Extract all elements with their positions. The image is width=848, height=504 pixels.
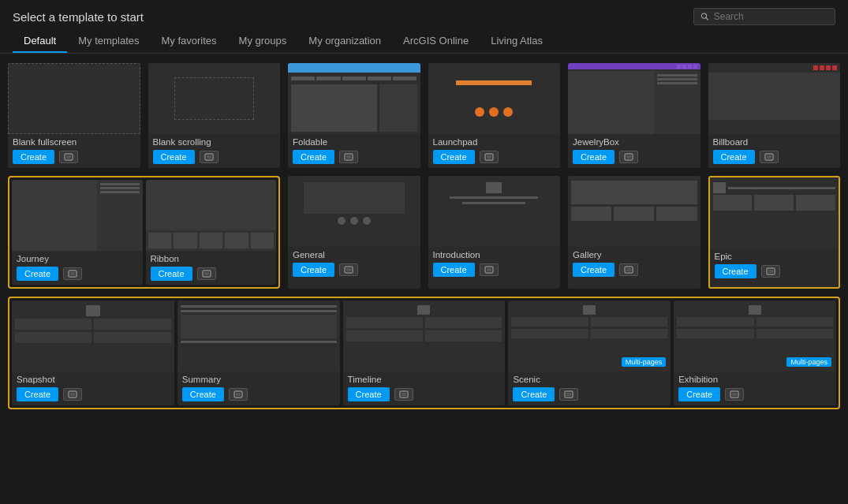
preview-icon (204, 153, 214, 161)
thumb-journey (12, 180, 143, 251)
preview-button-snapshot[interactable] (63, 388, 82, 401)
create-button-foldable[interactable]: Create (293, 150, 334, 164)
card-actions-summary: Create (182, 387, 335, 401)
create-button-snapshot[interactable]: Create (17, 387, 58, 401)
epic-icon (713, 182, 726, 193)
card-name-blank-scrolling: Blank scrolling (153, 137, 276, 147)
preview-icon (624, 266, 633, 274)
tab-my-templates[interactable]: My templates (67, 30, 150, 53)
multi-pages-badge-exhibition: Multi-pages (786, 357, 831, 367)
foldable-sidebar (379, 84, 417, 132)
card-name-launchpad: Launchpad (433, 137, 556, 147)
thumb-jewelrybox (568, 63, 700, 134)
card-footer-foldable: Foldable Create (288, 134, 420, 168)
search-input[interactable] (714, 11, 828, 22)
create-button-billboard[interactable]: Create (713, 150, 755, 164)
create-button-summary[interactable]: Create (182, 387, 224, 401)
jewelry-panel (654, 71, 700, 134)
card-footer-exhibition: Exhibition Create (674, 371, 836, 405)
thumb-foldable (288, 63, 420, 134)
card-snapshot: Snapshot Create (12, 301, 174, 405)
tab-my-organization[interactable]: My organization (297, 30, 392, 53)
search-icon (700, 12, 709, 21)
preview-button-journey[interactable] (63, 267, 82, 280)
preview-button-foldable[interactable] (339, 151, 358, 163)
card-actions-introduction: Create (433, 263, 556, 277)
preview-icon (68, 270, 77, 278)
foldable-nav-item (316, 77, 340, 80)
card-actions-snapshot: Create (17, 387, 170, 401)
tab-arcgis-online[interactable]: ArcGIS Online (392, 30, 480, 53)
preview-button-gallery[interactable] (619, 263, 638, 276)
card-name-epic: Epic (715, 252, 835, 261)
svg-rect-25 (768, 270, 773, 273)
svg-rect-9 (487, 155, 491, 159)
preview-button-ribbon[interactable] (197, 267, 216, 280)
create-button-journey[interactable]: Create (17, 267, 58, 281)
foldable-body (288, 82, 420, 134)
preview-icon (484, 153, 494, 161)
preview-button-scenic[interactable] (559, 388, 578, 401)
create-button-blank-fullscreen[interactable]: Create (13, 150, 54, 164)
preview-button-timeline[interactable] (394, 388, 413, 401)
tab-default[interactable]: Default (13, 30, 67, 53)
card-name-blank-fullscreen: Blank fullscreen (13, 137, 136, 147)
svg-rect-21 (487, 268, 491, 271)
tab-my-groups[interactable]: My groups (228, 30, 298, 53)
svg-rect-3 (66, 155, 71, 159)
card-foldable: Foldable Create (288, 63, 420, 168)
thumb-ribbon (146, 180, 277, 251)
svg-rect-11 (626, 155, 631, 159)
preview-icon (484, 266, 494, 274)
create-button-timeline[interactable]: Create (348, 387, 390, 401)
card-exhibition: Multi-pages Exhibition Create (674, 301, 836, 405)
page-title: Select a template to start (13, 10, 144, 24)
create-button-jewelrybox[interactable]: Create (573, 150, 615, 164)
preview-button-launchpad[interactable] (480, 151, 499, 163)
intro-icon (486, 182, 502, 193)
jewelry-map (568, 71, 654, 134)
preview-button-billboard[interactable] (760, 151, 779, 163)
card-footer-blank-fullscreen: Blank fullscreen Create (8, 134, 140, 168)
preview-button-jewelrybox[interactable] (619, 151, 638, 163)
create-button-ribbon[interactable]: Create (151, 267, 192, 281)
card-scenic: Multi-pages Scenic Create (508, 301, 671, 405)
tab-living-atlas[interactable]: Living Atlas (480, 30, 554, 53)
thumb-blank-fullscreen (8, 63, 140, 134)
thumb-exhibition: Multi-pages (674, 301, 836, 371)
preview-button-exhibition[interactable] (725, 388, 744, 401)
create-button-blank-scrolling[interactable]: Create (153, 150, 195, 164)
thumb-epic (710, 177, 839, 248)
preview-icon (233, 390, 243, 398)
card-gallery: Gallery Create (568, 176, 700, 289)
card-footer-general: General Create (288, 247, 420, 281)
tab-my-favorites[interactable]: My favorites (151, 30, 228, 53)
preview-icon (64, 153, 73, 161)
create-button-exhibition[interactable]: Create (678, 387, 720, 401)
card-actions-jewelrybox: Create (573, 150, 696, 164)
ribbon-bottom (146, 230, 277, 251)
thumb-timeline (343, 301, 506, 371)
create-button-gallery[interactable]: Create (573, 263, 615, 277)
card-actions-foldable: Create (293, 150, 416, 164)
create-button-introduction[interactable]: Create (433, 263, 475, 277)
preview-button-blank-scrolling[interactable] (200, 151, 219, 163)
foldable-top-bar (288, 63, 420, 73)
create-button-epic[interactable]: Create (715, 264, 756, 278)
preview-button-blank-fullscreen[interactable] (59, 151, 78, 163)
create-button-launchpad[interactable]: Create (433, 150, 475, 164)
preview-button-epic[interactable] (761, 265, 780, 278)
preview-button-introduction[interactable] (480, 263, 499, 276)
svg-rect-33 (566, 393, 571, 396)
card-general: General Create (288, 176, 420, 289)
preview-button-summary[interactable] (229, 388, 248, 401)
general-map (304, 182, 405, 214)
create-button-scenic[interactable]: Create (513, 387, 555, 401)
card-actions-general: Create (293, 263, 416, 277)
card-name-jewelrybox: JewelryBox (573, 137, 696, 147)
snapshot-icon (86, 305, 100, 316)
preview-icon (730, 390, 739, 398)
preview-button-general[interactable] (339, 263, 358, 276)
search-box[interactable] (693, 8, 835, 25)
create-button-general[interactable]: Create (293, 263, 334, 277)
